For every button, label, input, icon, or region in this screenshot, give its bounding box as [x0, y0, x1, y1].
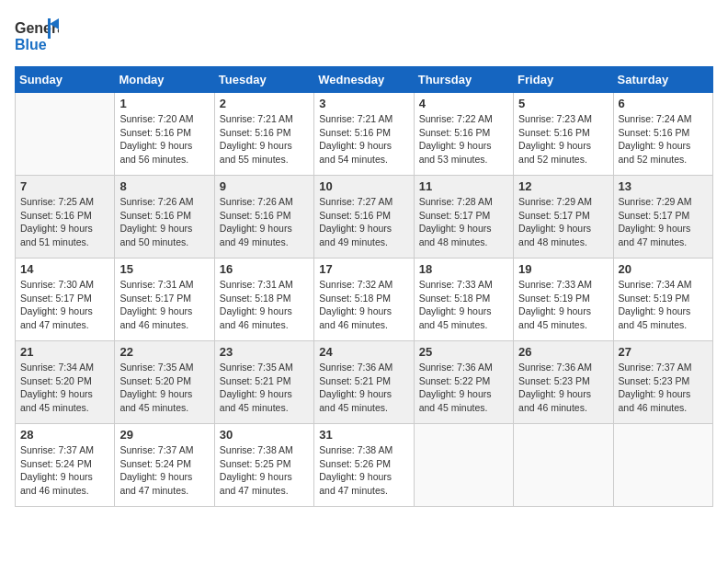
daylight-text: Daylight: 9 hours and 46 minutes. — [220, 305, 292, 330]
daylight-text: Daylight: 9 hours and 45 minutes. — [518, 305, 591, 330]
sunrise-text: Sunrise: 7:33 AM — [518, 279, 592, 290]
daylight-text: Daylight: 9 hours and 47 minutes. — [220, 471, 292, 496]
sunrise-text: Sunrise: 7:37 AM — [20, 444, 94, 455]
calendar-cell: 6 Sunrise: 7:24 AM Sunset: 5:16 PM Dayli… — [613, 93, 712, 176]
page-header: General Blue — [15, 15, 713, 55]
day-number: 7 — [20, 179, 109, 193]
calendar-cell: 30 Sunrise: 7:38 AM Sunset: 5:25 PM Dayl… — [214, 424, 313, 507]
sunrise-text: Sunrise: 7:20 AM — [119, 113, 193, 124]
calendar-cell: 20 Sunrise: 7:34 AM Sunset: 5:19 PM Dayl… — [613, 259, 712, 341]
day-info: Sunrise: 7:38 AM Sunset: 5:26 PM Dayligh… — [319, 443, 408, 498]
daylight-text: Daylight: 9 hours and 45 minutes. — [619, 305, 691, 330]
sunset-text: Sunset: 5:18 PM — [319, 293, 391, 304]
sunset-text: Sunset: 5:18 PM — [419, 293, 491, 304]
day-info: Sunrise: 7:37 AM Sunset: 5:24 PM Dayligh… — [119, 443, 209, 498]
calendar-table: Sunday Monday Tuesday Wednesday Thursday… — [15, 66, 713, 507]
sunset-text: Sunset: 5:26 PM — [319, 458, 391, 469]
day-number: 26 — [518, 345, 608, 359]
day-number: 14 — [20, 262, 109, 276]
sunset-text: Sunset: 5:16 PM — [319, 210, 391, 221]
day-info: Sunrise: 7:31 AM Sunset: 5:17 PM Dayligh… — [119, 278, 209, 332]
daylight-text: Daylight: 9 hours and 46 minutes. — [619, 388, 691, 413]
sunset-text: Sunset: 5:16 PM — [20, 210, 92, 221]
day-number: 1 — [119, 97, 209, 110]
day-number: 21 — [20, 345, 109, 359]
calendar-cell: 1 Sunrise: 7:20 AM Sunset: 5:16 PM Dayli… — [115, 93, 214, 176]
day-number: 6 — [619, 97, 708, 110]
sunrise-text: Sunrise: 7:38 AM — [220, 444, 293, 455]
sunset-text: Sunset: 5:16 PM — [119, 127, 191, 138]
calendar-cell: 14 Sunrise: 7:30 AM Sunset: 5:17 PM Dayl… — [16, 259, 115, 341]
day-info: Sunrise: 7:35 AM Sunset: 5:21 PM Dayligh… — [220, 361, 309, 415]
calendar-cell: 7 Sunrise: 7:25 AM Sunset: 5:16 PM Dayli… — [16, 176, 115, 259]
day-info: Sunrise: 7:20 AM Sunset: 5:16 PM Dayligh… — [119, 112, 209, 167]
daylight-text: Daylight: 9 hours and 46 minutes. — [319, 305, 392, 330]
sunset-text: Sunset: 5:22 PM — [419, 375, 491, 386]
calendar-cell: 4 Sunrise: 7:22 AM Sunset: 5:16 PM Dayli… — [414, 93, 513, 176]
sunrise-text: Sunrise: 7:35 AM — [119, 362, 193, 373]
col-friday: Friday — [514, 67, 613, 93]
sunrise-text: Sunrise: 7:27 AM — [319, 196, 392, 207]
calendar-cell: 21 Sunrise: 7:34 AM Sunset: 5:20 PM Dayl… — [16, 341, 115, 424]
day-info: Sunrise: 7:33 AM Sunset: 5:18 PM Dayligh… — [419, 278, 508, 332]
sunset-text: Sunset: 5:23 PM — [518, 375, 590, 386]
day-number: 19 — [518, 262, 608, 276]
daylight-text: Daylight: 9 hours and 45 minutes. — [319, 388, 392, 413]
daylight-text: Daylight: 9 hours and 46 minutes. — [20, 471, 93, 496]
calendar-header-row: Sunday Monday Tuesday Wednesday Thursday… — [16, 67, 713, 93]
col-thursday: Thursday — [414, 67, 513, 93]
calendar-cell: 23 Sunrise: 7:35 AM Sunset: 5:21 PM Dayl… — [214, 341, 313, 424]
sunrise-text: Sunrise: 7:31 AM — [220, 279, 293, 290]
calendar-week-row: 14 Sunrise: 7:30 AM Sunset: 5:17 PM Dayl… — [16, 259, 713, 341]
calendar-cell: 10 Sunrise: 7:27 AM Sunset: 5:16 PM Dayl… — [314, 176, 414, 259]
col-monday: Monday — [115, 67, 214, 93]
svg-text:Blue: Blue — [15, 37, 47, 52]
day-info: Sunrise: 7:37 AM Sunset: 5:23 PM Dayligh… — [619, 361, 708, 415]
day-info: Sunrise: 7:30 AM Sunset: 5:17 PM Dayligh… — [20, 278, 109, 332]
day-number: 5 — [518, 97, 608, 110]
day-info: Sunrise: 7:36 AM Sunset: 5:22 PM Dayligh… — [419, 361, 508, 415]
day-info: Sunrise: 7:31 AM Sunset: 5:18 PM Dayligh… — [220, 278, 309, 332]
calendar-cell: 12 Sunrise: 7:29 AM Sunset: 5:17 PM Dayl… — [514, 176, 613, 259]
daylight-text: Daylight: 9 hours and 55 minutes. — [220, 140, 292, 165]
col-saturday: Saturday — [613, 67, 712, 93]
day-info: Sunrise: 7:25 AM Sunset: 5:16 PM Dayligh… — [20, 195, 109, 249]
day-number: 12 — [518, 179, 608, 193]
daylight-text: Daylight: 9 hours and 51 minutes. — [20, 223, 93, 247]
sunset-text: Sunset: 5:23 PM — [619, 375, 690, 386]
sunset-text: Sunset: 5:16 PM — [220, 127, 291, 138]
day-info: Sunrise: 7:32 AM Sunset: 5:18 PM Dayligh… — [319, 278, 408, 332]
calendar-week-row: 28 Sunrise: 7:37 AM Sunset: 5:24 PM Dayl… — [16, 424, 713, 507]
calendar-cell: 27 Sunrise: 7:37 AM Sunset: 5:23 PM Dayl… — [613, 341, 712, 424]
sunrise-text: Sunrise: 7:30 AM — [20, 279, 94, 290]
sunrise-text: Sunrise: 7:37 AM — [119, 444, 193, 455]
daylight-text: Daylight: 9 hours and 50 minutes. — [119, 223, 192, 247]
day-number: 10 — [319, 179, 408, 193]
daylight-text: Daylight: 9 hours and 48 minutes. — [518, 223, 591, 247]
day-info: Sunrise: 7:35 AM Sunset: 5:20 PM Dayligh… — [119, 361, 209, 415]
col-wednesday: Wednesday — [314, 67, 414, 93]
daylight-text: Daylight: 9 hours and 52 minutes. — [619, 140, 691, 165]
daylight-text: Daylight: 9 hours and 45 minutes. — [119, 388, 192, 413]
sunrise-text: Sunrise: 7:26 AM — [119, 196, 193, 207]
day-number: 9 — [220, 179, 309, 193]
calendar-cell: 19 Sunrise: 7:33 AM Sunset: 5:19 PM Dayl… — [514, 259, 613, 341]
day-number: 25 — [419, 345, 508, 359]
sunset-text: Sunset: 5:19 PM — [619, 293, 690, 304]
sunrise-text: Sunrise: 7:29 AM — [619, 196, 692, 207]
day-info: Sunrise: 7:21 AM Sunset: 5:16 PM Dayligh… — [319, 112, 408, 167]
day-number: 13 — [619, 179, 708, 193]
sunrise-text: Sunrise: 7:38 AM — [319, 444, 392, 455]
calendar-cell: 15 Sunrise: 7:31 AM Sunset: 5:17 PM Dayl… — [115, 259, 214, 341]
day-number: 16 — [220, 262, 309, 276]
day-number: 31 — [319, 428, 408, 442]
daylight-text: Daylight: 9 hours and 48 minutes. — [419, 223, 492, 247]
daylight-text: Daylight: 9 hours and 45 minutes. — [419, 388, 492, 413]
sunset-text: Sunset: 5:17 PM — [20, 293, 92, 304]
day-info: Sunrise: 7:26 AM Sunset: 5:16 PM Dayligh… — [119, 195, 209, 249]
day-info: Sunrise: 7:36 AM Sunset: 5:21 PM Dayligh… — [319, 361, 408, 415]
day-info: Sunrise: 7:21 AM Sunset: 5:16 PM Dayligh… — [220, 112, 309, 167]
day-number: 22 — [119, 345, 209, 359]
calendar-cell: 26 Sunrise: 7:36 AM Sunset: 5:23 PM Dayl… — [514, 341, 613, 424]
sunrise-text: Sunrise: 7:22 AM — [419, 113, 493, 124]
